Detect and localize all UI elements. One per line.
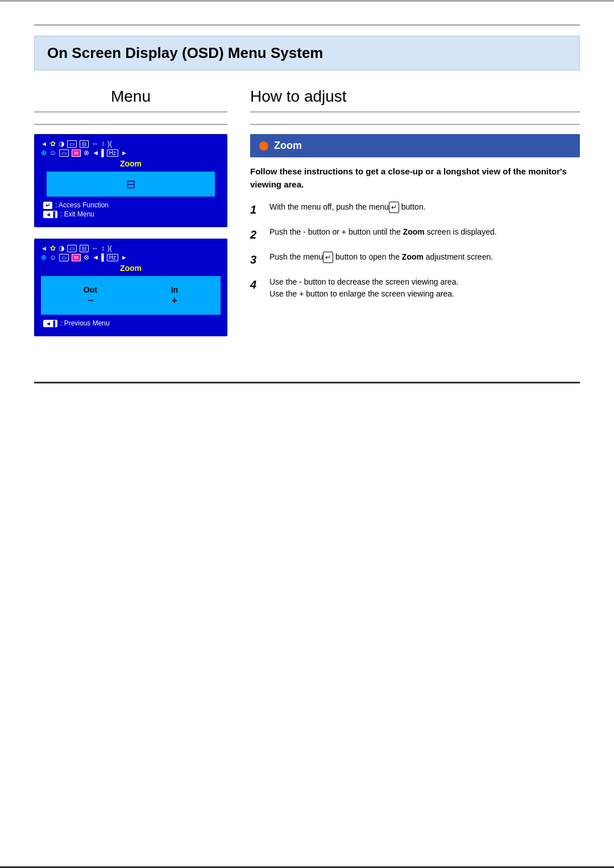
step3-bold: Zoom xyxy=(402,252,424,261)
zoom-section-header: Zoom xyxy=(250,134,580,157)
osd-plus-icon: ⊕ xyxy=(41,149,47,157)
osd-box1-icon: ▭ xyxy=(67,140,77,148)
step1-btn-icon: ↵ xyxy=(389,202,399,213)
top-rule xyxy=(34,24,580,26)
bottom-rule xyxy=(34,382,580,383)
two-col-layout: Menu ◄ ✿ ◑ ▭ ⊟ ↔ ↕ )( ⊕ ☺ ▭ xyxy=(34,87,580,348)
osd2-arrow-right1: ► xyxy=(121,254,127,261)
zoom-step-2: 2 Push the - button or + button until th… xyxy=(250,226,580,243)
osd-arrow-left1: ◄ xyxy=(41,140,47,147)
zoom-intro: Follow these instructions to get a close… xyxy=(250,165,580,191)
osd-contrast-icon: ◑ xyxy=(59,140,64,148)
zoom-step-3: 3 Push the menu↵ button to open the Zoom… xyxy=(250,251,580,268)
osd2-zoom-row: Out − In + xyxy=(47,285,215,306)
zoom-steps: 1 With the menu off, push the menu↵ butt… xyxy=(250,201,580,300)
osd-screen-1: ◄ ✿ ◑ ▭ ⊟ ↔ ↕ )( ⊕ ☺ ▭ ✉ ⊗ ◄▐ Hz xyxy=(34,134,227,227)
osd2-previous-row: ◄▐ : Previous Menu xyxy=(43,319,218,327)
osd-osd-icon: )( xyxy=(107,140,112,148)
osd1-enter-btn: ↵ xyxy=(43,202,52,209)
osd-icons-row1: ◄ ✿ ◑ ▭ ⊟ ↔ ↕ )( xyxy=(41,140,221,148)
zoom-dot-icon xyxy=(259,141,268,151)
zoom-step-4: 4 Use the - button to decrease the scree… xyxy=(250,276,580,300)
osd-arrow-h-icon: ↔ xyxy=(92,140,98,148)
step-2-number: 2 xyxy=(250,226,262,243)
osd-ml-icon: ◄▐ xyxy=(92,149,103,157)
osd2-title: Zoom xyxy=(41,264,221,273)
step3-btn-icon: ↵ xyxy=(323,252,333,263)
osd-arrow-right1: ► xyxy=(121,149,127,156)
osd2-face-icon: ☺ xyxy=(49,253,56,261)
osd2-contrast-icon: ◑ xyxy=(59,244,64,252)
osd-face-icon: ☺ xyxy=(49,149,56,157)
step-1-text: With the menu off, push the menu↵ button… xyxy=(269,201,580,218)
osd-hz-icon: Hz xyxy=(107,149,118,157)
osd2-arrow-left1: ◄ xyxy=(41,245,47,252)
step-3-number: 3 xyxy=(250,251,262,268)
osd1-exit-btn: ◄▐ xyxy=(43,211,57,218)
osd2-icons-row2: ⊕ ☺ ▭ ✉ ⊗ ◄▐ Hz ► xyxy=(41,253,221,261)
osd1-center-icon: ⊟ xyxy=(126,177,136,191)
osd-icons-row2: ⊕ ☺ ▭ ✉ ⊗ ◄▐ Hz ► xyxy=(41,149,221,157)
osd2-plus-sign: + xyxy=(172,295,177,306)
step-4-text: Use the - button to decrease the screen … xyxy=(269,276,580,300)
osd-arrow-v-icon: ↕ xyxy=(101,140,105,148)
right-column: How to adjust Zoom Follow these instruct… xyxy=(250,87,580,308)
step-1-number: 1 xyxy=(250,201,262,218)
osd2-previous-label: : Previous Menu xyxy=(60,319,110,327)
zoom-title: Zoom xyxy=(274,140,302,152)
left-col-header: Menu xyxy=(34,87,227,112)
osd2-no-icon: ⊗ xyxy=(84,253,89,261)
osd2-center: Out − In + xyxy=(41,276,221,315)
left-column: Menu ◄ ✿ ◑ ▭ ⊟ ↔ ↕ )( ⊕ ☺ ▭ xyxy=(34,87,227,348)
osd1-exit-label: : Exit Menu xyxy=(60,210,94,218)
page-wrapper: On Screen Display (OSD) Menu System Menu… xyxy=(0,0,614,868)
osd-screen-2: ◄ ✿ ◑ ▭ ⊟ ↔ ↕ )( ⊕ ☺ ▭ ✉ ⊗ ◄▐ Hz xyxy=(34,239,227,336)
osd2-in-label: In xyxy=(171,285,178,294)
osd1-access-label: : Access Function xyxy=(55,201,109,209)
osd2-ml-icon: ◄▐ xyxy=(92,253,103,261)
osd2-minus-sign: − xyxy=(88,295,93,306)
osd2-osd-icon: )( xyxy=(107,244,112,252)
zoom-step-1: 1 With the menu off, push the menu↵ butt… xyxy=(250,201,580,218)
osd-box3-icon: ▭ xyxy=(59,149,69,157)
osd2-pink-icon: ✉ xyxy=(72,254,81,261)
osd-no-icon: ⊗ xyxy=(84,149,89,157)
section-header: On Screen Display (OSD) Menu System xyxy=(34,36,580,70)
osd2-arrow-v-icon: ↕ xyxy=(101,244,105,252)
osd2-out-label: Out xyxy=(84,285,97,294)
osd-box2-icon: ⊟ xyxy=(80,140,89,148)
osd2-sun-icon: ✿ xyxy=(50,244,56,252)
osd-sun-icon: ✿ xyxy=(50,140,56,148)
step2-bold: Zoom xyxy=(403,227,425,236)
osd1-title: Zoom xyxy=(41,159,221,168)
osd2-zoom-out-col: Out − xyxy=(84,285,97,306)
osd2-zoom-in-col: In + xyxy=(171,285,178,306)
osd2-bottom-labels: ◄▐ : Previous Menu xyxy=(41,318,221,329)
osd2-arrow-h-icon: ↔ xyxy=(92,244,98,252)
osd1-center: ⊟ xyxy=(47,172,215,197)
osd2-prev-btn: ◄▐ xyxy=(43,320,57,327)
section-title: On Screen Display (OSD) Menu System xyxy=(47,44,323,61)
step-4-number: 4 xyxy=(250,276,262,300)
osd-pink-icon: ✉ xyxy=(72,149,81,157)
osd2-box3-icon: ▭ xyxy=(59,254,69,261)
step-3-text: Push the menu↵ button to open the Zoom a… xyxy=(269,251,580,268)
osd2-plus-icon: ⊕ xyxy=(41,253,47,261)
osd2-box2-icon: ⊟ xyxy=(80,245,89,252)
osd2-icons-row1: ◄ ✿ ◑ ▭ ⊟ ↔ ↕ )( xyxy=(41,244,221,252)
right-col-header: How to adjust xyxy=(250,87,580,112)
step-2-text: Push the - button or + button until the … xyxy=(269,226,580,243)
osd2-box1-icon: ▭ xyxy=(67,245,77,252)
osd2-hz-icon: Hz xyxy=(107,254,118,261)
osd1-access-row: ↵ : Access Function xyxy=(43,201,218,209)
osd1-exit-row: ◄▐ : Exit Menu xyxy=(43,210,218,218)
osd1-bottom-labels: ↵ : Access Function ◄▐ : Exit Menu xyxy=(41,200,221,220)
